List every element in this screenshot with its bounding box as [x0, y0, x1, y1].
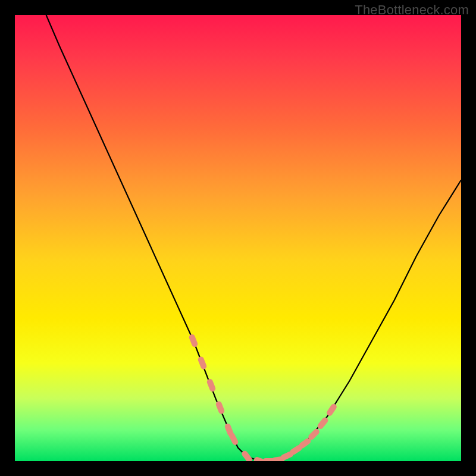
- marker-point: [240, 450, 253, 461]
- bottleneck-curve: [15, 15, 461, 461]
- curve-path: [46, 15, 462, 461]
- marker-point: [197, 356, 207, 370]
- marker-point: [206, 378, 216, 392]
- marker-point: [253, 456, 267, 461]
- watermark-text: TheBottleneck.com: [355, 2, 469, 18]
- marker-point: [289, 444, 303, 456]
- marker-point: [188, 333, 198, 347]
- marker-point: [280, 450, 294, 461]
- marker-point: [325, 403, 338, 417]
- marker-point: [263, 458, 276, 461]
- chart-plot-area: [15, 15, 461, 461]
- marker-point: [298, 437, 312, 449]
- marker-point: [271, 456, 285, 461]
- marker-point: [224, 422, 234, 437]
- marker-point: [307, 428, 321, 441]
- marker-point: [228, 431, 239, 446]
- highlight-markers: [15, 15, 461, 461]
- marker-point: [215, 400, 225, 415]
- marker-group: [188, 333, 337, 461]
- marker-point: [317, 416, 330, 430]
- chart-frame: TheBottleneck.com: [0, 0, 476, 476]
